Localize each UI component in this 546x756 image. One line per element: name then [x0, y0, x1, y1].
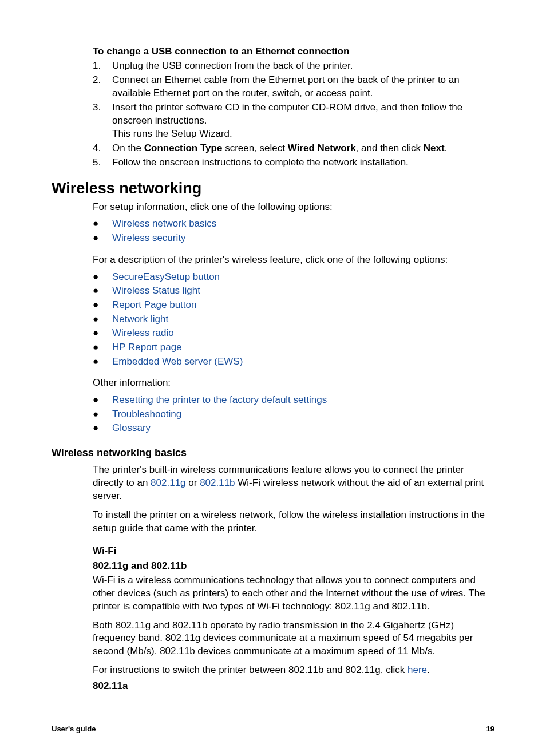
link-80211b[interactable]: 802.11b — [200, 477, 235, 488]
link-here[interactable]: here — [407, 664, 427, 675]
step-text-extra: This runs the Setup Wizard. — [112, 128, 232, 139]
step-number: 2. — [93, 74, 112, 100]
step-1: 1. Unplug the USB connection from the ba… — [93, 60, 494, 73]
a-heading: 802.11a — [93, 680, 494, 692]
wireless-intro1: For setup information, click one of the … — [93, 201, 494, 214]
bullet-icon: ● — [93, 270, 112, 284]
footer-left: User's guide — [52, 725, 96, 733]
page-footer: User's guide 19 — [52, 725, 494, 733]
wireless-basics-heading: Wireless networking basics — [52, 447, 494, 459]
link-secureeasysetup-button[interactable]: SecureEasySetup button — [112, 270, 220, 284]
setup-links-list: ●Wireless network basics ●Wireless secur… — [93, 217, 494, 245]
step-text: On the Connection Type screen, select Wi… — [112, 142, 494, 155]
bold-connection-type: Connection Type — [144, 143, 223, 153]
usb-ethernet-steps: 1. Unplug the USB connection from the ba… — [93, 60, 494, 169]
link-wireless-status-light[interactable]: Wireless Status light — [112, 284, 200, 298]
feature-links-list: ●SecureEasySetup button ●Wireless Status… — [93, 270, 494, 369]
link-wireless-radio[interactable]: Wireless radio — [112, 326, 174, 341]
link-embedded-web-server[interactable]: Embedded Web server (EWS) — [112, 355, 243, 369]
step-2: 2. Connect an Ethernet cable from the Et… — [93, 74, 494, 100]
bold-wired-network: Wired Network — [288, 143, 356, 153]
footer-page-number: 19 — [486, 725, 494, 733]
step-number: 4. — [93, 142, 112, 155]
bullet-icon: ● — [93, 298, 112, 312]
basics-para1: The printer's built-in wireless communic… — [93, 464, 494, 503]
list-item: ●Report Page button — [93, 298, 494, 312]
wireless-intro-block: For setup information, click one of the … — [52, 201, 494, 436]
usb-ethernet-section: To change a USB connection to an Etherne… — [52, 46, 494, 169]
usb-ethernet-heading: To change a USB connection to an Etherne… — [93, 46, 494, 57]
other-links-list: ●Resetting the printer to the factory de… — [93, 393, 494, 436]
bullet-icon: ● — [93, 341, 112, 355]
bullet-icon: ● — [93, 393, 112, 407]
step-5: 5. Follow the onscreen instructions to c… — [93, 156, 494, 169]
list-item: ●HP Report page — [93, 341, 494, 355]
bullet-icon: ● — [93, 231, 112, 246]
wireless-networking-heading: Wireless networking — [52, 180, 494, 197]
link-glossary[interactable]: Glossary — [112, 421, 151, 436]
step-text: Connect an Ethernet cable from the Ether… — [112, 74, 494, 100]
link-report-page-button[interactable]: Report Page button — [112, 298, 196, 312]
gb-heading: 802.11g and 802.11b — [93, 560, 494, 572]
list-item: ●Wireless Status light — [93, 284, 494, 298]
wifi-heading: Wi-Fi — [93, 545, 494, 557]
step-number: 5. — [93, 156, 112, 169]
bullet-icon: ● — [93, 421, 112, 436]
bullet-icon: ● — [93, 326, 112, 341]
link-troubleshooting[interactable]: Troubleshooting — [112, 407, 181, 422]
step-3: 3. Insert the printer software CD in the… — [93, 101, 494, 141]
wireless-intro2: For a description of the printer's wirel… — [93, 254, 494, 267]
list-item: ●Wireless radio — [93, 326, 494, 341]
step-number: 3. — [93, 101, 112, 141]
step-text: Insert the printer software CD in the co… — [112, 101, 494, 141]
gb-para3: For instructions to switch the printer b… — [93, 664, 494, 677]
bullet-icon: ● — [93, 407, 112, 422]
link-reset-factory-defaults[interactable]: Resetting the printer to the factory def… — [112, 393, 327, 407]
basics-para2: To install the printer on a wireless net… — [93, 509, 494, 535]
list-item: ●Troubleshooting — [93, 407, 494, 422]
step-text: Follow the onscreen instructions to comp… — [112, 156, 494, 169]
bullet-icon: ● — [93, 312, 112, 327]
bullet-icon: ● — [93, 355, 112, 369]
step-4: 4. On the Connection Type screen, select… — [93, 142, 494, 155]
step-text-line: Insert the printer software CD in the co… — [112, 102, 462, 126]
gb-para1: Wi-Fi is a wireless communications techn… — [93, 574, 494, 613]
link-wireless-network-basics[interactable]: Wireless network basics — [112, 217, 216, 231]
list-item: ●Embedded Web server (EWS) — [93, 355, 494, 369]
bold-next: Next — [424, 143, 445, 153]
bullet-icon: ● — [93, 284, 112, 298]
step-number: 1. — [93, 60, 112, 73]
list-item: ●Glossary — [93, 421, 494, 436]
list-item: ●Network light — [93, 312, 494, 327]
step-text: Unplug the USB connection from the back … — [112, 60, 494, 73]
list-item: ●Wireless security — [93, 231, 494, 246]
list-item: ●Resetting the printer to the factory de… — [93, 393, 494, 407]
list-item: ●SecureEasySetup button — [93, 270, 494, 284]
list-item: ●Wireless network basics — [93, 217, 494, 231]
link-wireless-security[interactable]: Wireless security — [112, 231, 185, 246]
link-hp-report-page[interactable]: HP Report page — [112, 341, 182, 355]
link-network-light[interactable]: Network light — [112, 312, 168, 327]
bullet-icon: ● — [93, 217, 112, 231]
link-80211g[interactable]: 802.11g — [151, 477, 185, 488]
wireless-basics-block: The printer's built-in wireless communic… — [52, 464, 494, 692]
gb-para2: Both 802.11g and 802.11b operate by radi… — [93, 619, 494, 659]
other-information-label: Other information: — [93, 377, 494, 390]
